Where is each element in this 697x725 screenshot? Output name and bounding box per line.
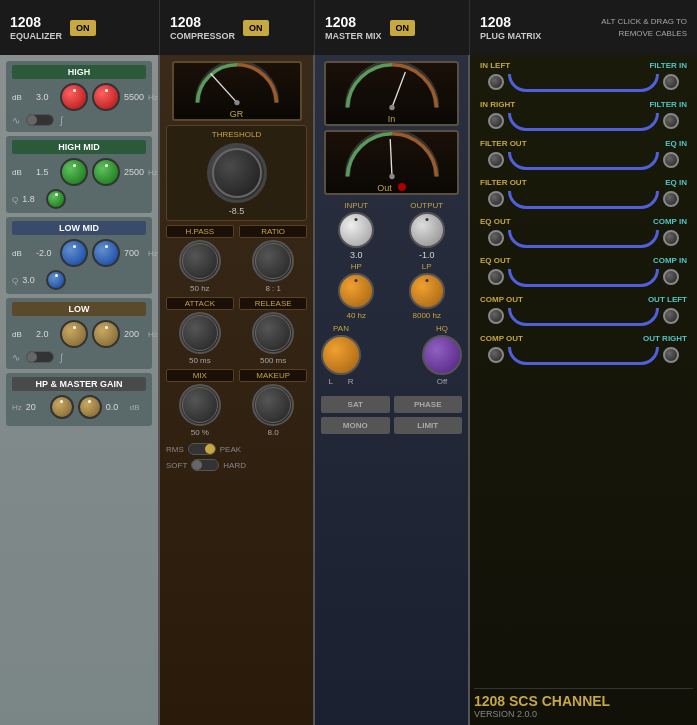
- mix-output-label: OUTPUT: [410, 201, 443, 210]
- comp-makeup-control: MAKEUP 8.0: [239, 369, 307, 437]
- mix-pan-lr: L R: [328, 377, 353, 386]
- mix-pan-l: L: [328, 377, 332, 386]
- header-row: 1208 EQUALIZER ON 1208 COMPRESSOR ON 120…: [0, 0, 697, 55]
- matrix-jack-1-right[interactable]: [663, 113, 679, 129]
- eq-high-freq-knob[interactable]: [92, 83, 120, 111]
- eq-hp-row: Hz 20 0.0 dB: [12, 395, 146, 419]
- matrix-jack-3-left[interactable]: [488, 191, 504, 207]
- matrix-port-4-right-label: COMP IN: [653, 217, 687, 226]
- mix-sat-button[interactable]: SAT: [321, 396, 390, 413]
- mix-pan-knob[interactable]: [321, 335, 361, 375]
- mix-limit-button[interactable]: LIMIT: [394, 417, 463, 434]
- eq-high-freq-unit: Hz: [148, 93, 158, 102]
- matrix-jack-5-left[interactable]: [488, 269, 504, 285]
- eq-low-db-knob[interactable]: [60, 320, 88, 348]
- eq-highmid-db-knob[interactable]: [60, 158, 88, 186]
- comp-release-knob[interactable]: [252, 312, 294, 354]
- matrix-jack-6-left[interactable]: [488, 308, 504, 324]
- mix-output-knob[interactable]: [409, 212, 445, 248]
- comp-hard-label: HARD: [223, 461, 246, 470]
- eq-low-freq-knob[interactable]: [92, 320, 120, 348]
- matrix-jack-4-left[interactable]: [488, 230, 504, 246]
- matrix-jack-3-right[interactable]: [663, 191, 679, 207]
- matrix-jack-2-right[interactable]: [663, 152, 679, 168]
- eq-highmid-db-val: 1.5: [36, 167, 56, 177]
- matrix-jack-4-right[interactable]: [663, 230, 679, 246]
- mix-phase-button[interactable]: PHASE: [394, 396, 463, 413]
- comp-attack-release-row: ATTACK 50 ms RELEASE 500 ms: [166, 297, 307, 365]
- mix-hp-knob[interactable]: [338, 273, 374, 309]
- eq-lowmid-band: LOW MID dB -2.0 700 Hz Q 3.0: [6, 217, 152, 294]
- comp-soft-hard-toggle[interactable]: [191, 459, 219, 471]
- eq-lowmid-db-knob[interactable]: [60, 239, 88, 267]
- eq-lowmid-freq-val: 700: [124, 248, 144, 258]
- comp-ratio-knob[interactable]: [252, 240, 294, 282]
- comp-hpass-ratio-row: H.PASS 50 hz RATIO 8 : 1: [166, 225, 307, 293]
- mix-hp-freq-val: 40 hz: [346, 311, 366, 320]
- eq-master-gain-val: 0.0: [106, 402, 126, 412]
- alt-click-text: ALT CLICK & DRAG TOREMOVE CABLES: [601, 16, 687, 38]
- comp-rms-peak-row: RMS PEAK: [166, 443, 307, 455]
- mix-on-button[interactable]: ON: [390, 20, 416, 36]
- mix-pan-hq-row: PAN L R HQ Off: [321, 324, 462, 386]
- matrix-cable-5: [508, 267, 659, 287]
- eq-low-toggle-row: ∿ ∫: [12, 351, 146, 363]
- mix-in-label: In: [388, 114, 396, 124]
- matrix-port-7-left-label: COMP OUT: [480, 334, 523, 343]
- comp-mix-knob[interactable]: [179, 384, 221, 426]
- comp-threshold-section: THRESHOLD -8.5: [166, 125, 307, 221]
- matrix-port-5-left-label: EQ OUT: [480, 256, 511, 265]
- eq-title-number: 1208: [10, 14, 62, 31]
- mix-mono-button[interactable]: MONO: [321, 417, 390, 434]
- comp-soft-label: SOFT: [166, 461, 187, 470]
- matrix-port-6-right-label: OUT LEFT: [648, 295, 687, 304]
- eq-lowmid-freq-knob[interactable]: [92, 239, 120, 267]
- mix-hq-knob[interactable]: [422, 335, 462, 375]
- eq-low-freq-unit: Hz: [148, 330, 158, 339]
- eq-hp-gain-knob[interactable]: [78, 395, 102, 419]
- comp-gr-vu-svg: [182, 63, 292, 107]
- matrix-jack-7-right[interactable]: [663, 347, 679, 363]
- eq-highmid-q-knob[interactable]: [46, 189, 66, 209]
- eq-lowmid-q-knob[interactable]: [46, 270, 66, 290]
- comp-rms-peak-toggle[interactable]: [188, 443, 216, 455]
- matrix-jack-0-right[interactable]: [663, 74, 679, 90]
- eq-low-shelf-toggle[interactable]: [26, 351, 54, 363]
- eq-high-db-knob[interactable]: [60, 83, 88, 111]
- eq-lowmid-q-val: 3.0: [22, 275, 42, 285]
- comp-release-val: 500 ms: [260, 356, 286, 365]
- eq-highmid-freq-knob[interactable]: [92, 158, 120, 186]
- eq-on-button[interactable]: ON: [70, 20, 96, 36]
- matrix-header: 1208 PLUG MATRIX ALT CLICK & DRAG TOREMO…: [470, 0, 697, 55]
- comp-attack-knob[interactable]: [179, 312, 221, 354]
- eq-high-shelf-toggle[interactable]: [26, 114, 54, 126]
- eq-hp-master-band: HP & MASTER GAIN Hz 20 0.0 dB: [6, 373, 152, 426]
- matrix-row-2: FILTER OUT EQ IN: [474, 139, 693, 172]
- comp-threshold-knob[interactable]: [207, 143, 267, 203]
- comp-hpass-label: H.PASS: [166, 225, 234, 238]
- comp-hpass-val: 50 hz: [190, 284, 210, 293]
- eq-highmid-freq-val: 2500: [124, 167, 144, 177]
- comp-makeup-knob[interactable]: [252, 384, 294, 426]
- comp-hpass-knob[interactable]: [179, 240, 221, 282]
- matrix-jack-1-left[interactable]: [488, 113, 504, 129]
- mix-output-col: OUTPUT -1.0 LP 8000 hz: [392, 201, 463, 320]
- eq-high-label: HIGH: [12, 65, 146, 79]
- mix-in-meter: In: [324, 61, 459, 126]
- eq-hp-freq-knob[interactable]: [50, 395, 74, 419]
- matrix-jack-5-right[interactable]: [663, 269, 679, 285]
- mix-hq-section: HQ Off: [422, 324, 462, 386]
- matrix-port-6-left-label: COMP OUT: [480, 295, 523, 304]
- mix-input-knob[interactable]: [338, 212, 374, 248]
- matrix-jack-6-right[interactable]: [663, 308, 679, 324]
- comp-rms-label: RMS: [166, 445, 184, 454]
- comp-on-button[interactable]: ON: [243, 20, 269, 36]
- eq-high-toggle-row: ∿ ∫: [12, 114, 146, 126]
- mix-lp-knob[interactable]: [409, 273, 445, 309]
- eq-high-band: HIGH dB 3.0 5500 Hz ∿ ∫: [6, 61, 152, 132]
- mix-out-led: [398, 183, 406, 191]
- matrix-jack-0-left[interactable]: [488, 74, 504, 90]
- matrix-jack-7-left[interactable]: [488, 347, 504, 363]
- eq-low-freq-val: 200: [124, 329, 144, 339]
- matrix-jack-2-left[interactable]: [488, 152, 504, 168]
